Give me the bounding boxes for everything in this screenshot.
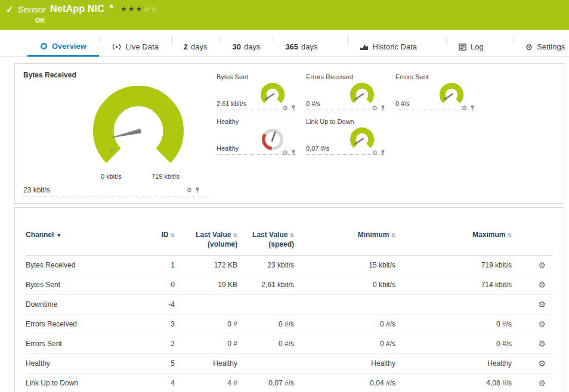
gauge-settings-icon[interactable]: ⚙	[282, 105, 288, 111]
gauge-min-label: 0 kbit/s	[101, 173, 122, 181]
channel-settings-icon[interactable]: ⚙	[538, 260, 546, 270]
channel-settings-icon[interactable]: ⚙	[538, 319, 546, 329]
average-marker: x̄	[110, 147, 113, 154]
channel-settings-icon[interactable]: ⚙	[538, 378, 546, 388]
channel-settings-icon[interactable]: ⚙	[538, 339, 546, 349]
small-gauge-value: 0 #/s	[306, 100, 320, 107]
gauge-settings-icon[interactable]: ⚙	[461, 105, 467, 111]
table-row-errors-sent: Errors Sent 2 0 # 0 #/s 0 #/s 0 #/s ⚙	[26, 334, 553, 354]
historic-data-icon	[360, 43, 369, 51]
main-gauge-title: Bytes Received	[23, 71, 208, 80]
main-gauge-cell: Bytes Received x̄ 0 kbit/s 719 kbit/s 23…	[23, 71, 208, 197]
gauges-panel: Bytes Received x̄ 0 kbit/s 719 kbit/s 23…	[14, 63, 564, 204]
sensor-status-bar: ✓ Sensor NetApp NIC ⚑ ★★★☆☆ OK	[0, 0, 569, 30]
favorite-flag-icon[interactable]: ⚑	[109, 4, 114, 10]
channel-settings-icon[interactable]: ⚙	[538, 300, 546, 309]
col-header-last-speed-line2: (speed)	[237, 240, 294, 249]
col-header-last-value-speed[interactable]: Last Value⇅ (speed)	[237, 231, 294, 249]
tab-settings[interactable]: ⚙ Settings	[513, 37, 569, 57]
overview-icon	[40, 42, 48, 50]
pin-icon[interactable]	[195, 187, 200, 194]
channel-table-panel: Channel▼ ID⇅ Last Value⇅ (volume) Last V…	[14, 207, 564, 392]
channel-id: 4	[133, 379, 175, 387]
tab-historic-data[interactable]: Historic Data	[347, 37, 429, 57]
pin-icon[interactable]	[291, 105, 296, 111]
small-gauge-cell-link-up-to-down: Link Up to Down 0,07 #/s ⚙	[306, 118, 385, 155]
stars-filled: ★★★	[120, 5, 143, 13]
channel-name[interactable]: Bytes Sent	[26, 281, 133, 289]
channel-name[interactable]: Healthy	[26, 359, 133, 368]
last-value-volume: 0 #	[175, 320, 237, 328]
col-header-channel-label: Channel	[26, 231, 54, 239]
sort-icon: ⇅	[233, 232, 237, 238]
col-header-last-volume-line1: Last Value	[196, 231, 231, 239]
channel-name[interactable]: Downtime	[26, 300, 133, 309]
channel-settings-icon[interactable]: ⚙	[538, 280, 546, 290]
gauge-settings-icon[interactable]: ⚙	[186, 187, 192, 194]
col-header-last-value-volume[interactable]: Last Value⇅ (volume)	[175, 231, 237, 249]
col-header-last-volume-line2: (volume)	[175, 240, 237, 249]
minimum-value: 0,04 #/s	[294, 379, 395, 387]
table-row-downtime: Downtime -4 ⚙	[26, 295, 553, 315]
priority-stars[interactable]: ★★★☆☆	[120, 5, 159, 13]
channel-id: 0	[133, 281, 175, 289]
pin-icon[interactable]	[381, 105, 385, 111]
pin-icon[interactable]	[470, 105, 475, 111]
channel-name[interactable]: Errors Sent	[26, 340, 133, 348]
last-value-volume: 172 KB	[175, 261, 237, 269]
pin-icon[interactable]	[381, 150, 385, 156]
col-header-id[interactable]: ID⇅	[133, 231, 175, 240]
channel-name[interactable]: Bytes Received	[26, 261, 133, 269]
tab-log-label: Log	[471, 42, 484, 51]
minimum-value: 0 #/s	[294, 340, 395, 348]
maximum-value: 714 kbit/s	[395, 281, 512, 289]
channel-id: 5	[133, 359, 175, 368]
table-header-row: Channel▼ ID⇅ Last Value⇅ (volume) Last V…	[26, 231, 553, 256]
maximum-value: Healthy	[395, 359, 512, 368]
tab-30-days[interactable]: 30 days	[219, 37, 273, 57]
tab-live-data[interactable]: Live Data	[99, 37, 171, 57]
tab-2-days[interactable]: 2 days	[171, 37, 220, 57]
col-header-channel[interactable]: Channel▼	[26, 231, 133, 240]
gauge-needle	[272, 132, 276, 142]
ok-check-icon: ✓	[6, 5, 14, 14]
minimum-value: 15 kbit/s	[294, 261, 395, 269]
tab-365-days[interactable]: 365 days	[273, 37, 330, 57]
tab-live-data-label: Live Data	[126, 42, 159, 51]
gauge-settings-icon[interactable]: ⚙	[372, 105, 378, 111]
last-value-speed: 0,07 #/s	[237, 379, 294, 387]
channel-id: 1	[133, 261, 175, 269]
small-gauge-value: 0 #/s	[395, 100, 410, 107]
col-header-minimum-label: Minimum	[358, 231, 389, 239]
last-value-volume: 19 KB	[175, 281, 237, 289]
minimum-value: Healthy	[294, 359, 395, 368]
channel-settings-icon[interactable]: ⚙	[538, 359, 546, 368]
col-header-last-speed-line1: Last Value	[252, 231, 287, 239]
table-row-link-up-to-down: Link Up to Down 4 4 # 0,07 #/s 0,04 #/s …	[26, 374, 553, 392]
sort-caret-icon: ▼	[56, 232, 61, 238]
col-header-minimum[interactable]: Minimum⇅	[294, 231, 395, 240]
gauge-scale: 0 kbit/s 719 kbit/s	[76, 173, 201, 181]
table-row-bytes-received: Bytes Received 1 172 KB 23 kbit/s 15 kbi…	[26, 256, 553, 275]
stars-empty: ☆☆	[143, 5, 159, 13]
channel-id: -4	[133, 300, 175, 309]
main-gauge-value: 23 kbit/s	[23, 186, 50, 194]
gauge-settings-icon[interactable]: ⚙	[372, 150, 378, 156]
last-value-volume: Healthy	[175, 359, 237, 368]
bytes-received-gauge[interactable]: x̄	[76, 82, 201, 173]
tab-log[interactable]: Log	[446, 37, 496, 57]
tab-bar: Overview Live Data 2 days 30 days 365 da…	[0, 37, 569, 57]
tab-30-days-number: 30	[232, 42, 240, 51]
gauge-settings-icon[interactable]: ⚙	[282, 150, 288, 156]
col-header-maximum[interactable]: Maximum⇅	[395, 231, 512, 240]
pin-icon[interactable]	[291, 150, 296, 156]
log-icon	[459, 43, 466, 51]
minimum-value: 0 #/s	[294, 320, 395, 328]
sensor-title: NetApp NIC	[50, 4, 104, 14]
channel-name[interactable]: Errors Received	[26, 320, 133, 328]
live-data-icon	[112, 43, 122, 51]
channel-id: 3	[133, 320, 175, 328]
last-value-volume: 0 #	[175, 340, 237, 348]
tab-overview[interactable]: Overview	[27, 37, 99, 57]
channel-name[interactable]: Link Up to Down	[26, 379, 133, 387]
